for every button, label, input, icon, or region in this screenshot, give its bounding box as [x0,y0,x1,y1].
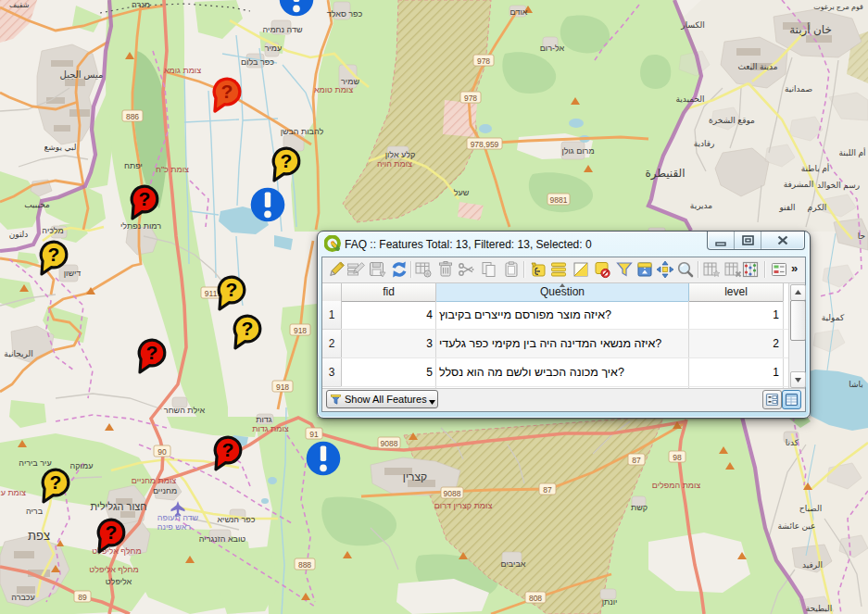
svg-text:دلتون: دلتون [9,230,29,239]
svg-text:?: ? [222,439,234,460]
svg-text:أم اللبنة: أم اللبنة [838,147,865,157]
svg-text:להבות הבשן: להבות הבשן [281,127,324,136]
svg-text:צומת גומא: צומת גומא [164,66,201,75]
svg-text:?: ? [221,81,233,102]
svg-text:?: ? [139,188,151,209]
svg-text:מנרה: מנרה [132,0,150,9]
svg-text:עיר ביריה: עיר ביריה [19,458,51,468]
svg-text:רמות נפתלי: רמות נפתלי [120,221,161,231]
svg-text:808: 808 [529,594,542,603]
svg-text:כפר בלום: כפר בלום [241,57,274,67]
svg-text:الصباح: الصباح [799,504,822,513]
svg-text:886: 886 [126,112,139,121]
svg-text:?: ? [226,279,238,300]
svg-text:?: ? [281,150,293,171]
svg-text:אליפלט: אליפלט [106,577,132,586]
svg-text:קצרין: קצרין [403,470,427,483]
svg-text:قوم مرج برغوت: قوم مرج برغوت [813,3,863,11]
svg-text:צומת כ"ח: צומת כ"ח [156,165,189,174]
svg-text:رقادية: رقادية [694,139,715,148]
svg-text:מחניים: מחניים [153,486,177,495]
svg-text:978: 978 [477,56,490,66]
svg-text:الكرم: الكرم [808,203,827,212]
svg-text:?: ? [106,521,118,543]
svg-text:אילת השחר: אילת השחר [164,406,206,415]
svg-text:9088: 9088 [381,439,398,448]
svg-text:عين عائشة: عين عائشة [778,521,816,531]
svg-text:الفنو: الفنو [778,203,795,212]
svg-text:יונתן: יונתן [602,597,618,607]
svg-text:?: ? [48,244,60,265]
svg-text:918: 918 [276,382,289,392]
svg-text:خان أربنة: خان أربنة [789,22,832,37]
svg-text:حا: حا [858,232,865,241]
svg-text:98: 98 [673,453,682,462]
svg-text:89: 89 [78,593,87,602]
svg-text:?: ? [50,471,62,493]
svg-text:978,959: 978,959 [471,140,499,149]
svg-text:שדה נחמיה: שדה נחמיה [263,25,303,34]
svg-text:קשת: קשת [631,503,648,512]
svg-text:91: 91 [309,430,319,439]
svg-text:الكسار: الكسار [680,20,704,30]
svg-text:موقع الشخرة: موقع الشخرة [709,116,755,125]
svg-text:עמיר: עמיר [265,44,283,53]
svg-text:لبي يوشع: لبي يوشع [44,143,77,152]
svg-text:אל-רום: אל-רום [540,44,565,53]
svg-text:עמוקה: עמוקה [70,461,94,470]
svg-text:מחלף אליפלט: מחלף אליפלט [89,565,138,574]
svg-text:888: 888 [298,560,311,570]
svg-text:أم باطنة: أم باطنة [801,163,830,173]
svg-text:90: 90 [157,447,167,457]
svg-text:المشرفة: المشرفة [784,180,814,189]
svg-text:87: 87 [632,456,641,465]
svg-text:צומת עין: צומת עין [0,488,26,497]
svg-text:?: ? [146,342,158,363]
svg-text:כפר סאלד: כפר סאלד [327,9,363,19]
svg-text:باشا: باشا [849,380,863,389]
svg-text:مدينة البعث: مدينة البعث [737,62,777,71]
svg-text:شقيف: شقيف [9,1,30,9]
svg-text:צפת: צפת [28,529,50,543]
svg-text:ميس الجبل: ميس الجبل [60,69,104,80]
svg-text:אודם: אודם [510,7,528,17]
svg-text:מרום גולן: מרום גולן [561,146,594,156]
svg-text:?: ? [242,318,254,339]
svg-text:الرفيد: الرفيد [802,560,823,570]
svg-text:كمولية: كمولية [822,313,845,322]
svg-text:9088: 9088 [444,489,461,498]
svg-text:דישון: דישון [64,269,82,278]
svg-text:918: 918 [294,326,307,335]
svg-text:גדות: גדות [256,415,272,424]
svg-text:כפר הנשיא: כפר הנשיא [217,515,255,524]
svg-text:محيبيب: محيبيب [24,200,50,209]
svg-text:צומת מחניים: צומת מחניים [132,476,176,485]
svg-text:القنيطرة: القنيطرة [645,167,685,181]
svg-text:الحميدية: الحميدية [675,94,704,104]
svg-text:צומת גדות: צומת גדות [252,424,289,433]
svg-text:מלכיה: מלכיה [42,226,63,235]
svg-text:مديرية: مديرية [690,201,713,210]
svg-text:87: 87 [543,485,552,495]
svg-text:אביבים: אביבים [501,559,526,569]
svg-text:צומת הויה: צומת הויה [377,159,412,169]
svg-text:שעל: שעל [454,188,470,197]
svg-text:צומת קצרין דרום: צומת קצרין דרום [434,501,493,510]
svg-text:קלע אלון: קלע אלון [385,150,416,159]
svg-text:טובא הזנגריה: טובא הזנגריה [199,534,245,544]
svg-text:رسم الخوالد: رسم الخوالد [817,181,860,191]
svg-text:978: 978 [464,94,477,103]
svg-text:ראש פינה: ראש פינה [157,522,192,532]
svg-text:الريحانية: الريحانية [4,349,32,358]
svg-text:עכברה: עכברה [11,593,35,602]
svg-text:صمدانية: صمدانية [785,84,812,94]
svg-text:צומת טומא: צומת טומא [314,85,353,94]
svg-text:חצור הגלילית: חצור הגלילית [90,501,146,512]
svg-text:البطيحة: البطيحة [806,604,833,613]
svg-text:9881: 9881 [550,195,568,205]
svg-text:كدنا: كدنا [786,438,799,447]
svg-text:בריה: בריה [26,507,44,516]
svg-text:צומת המפלים: צומת המפלים [652,481,701,490]
svg-text:יפתח: יפתח [124,161,143,170]
